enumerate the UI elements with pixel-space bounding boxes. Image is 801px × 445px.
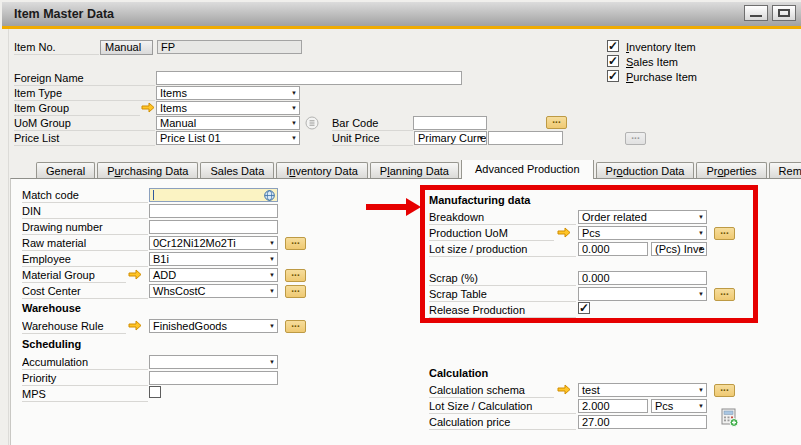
globe-icon[interactable] (264, 190, 275, 201)
lot-size-calculation-unit-combo[interactable]: Pcs (651, 399, 707, 413)
breakdown-label: Breakdown (429, 211, 576, 225)
tab-planning-data[interactable]: Planning Data (370, 162, 459, 179)
tab-production-data[interactable]: Production Data (596, 162, 695, 179)
mps-checkbox[interactable] (149, 386, 161, 398)
warehouse-rule-browse-button[interactable]: ... (285, 320, 306, 333)
calculator-icon[interactable] (721, 408, 739, 427)
uom-group-value: Manual (160, 117, 288, 129)
tab-sales-data[interactable]: Sales Data (200, 162, 274, 179)
dropdown-caret-icon (291, 90, 297, 97)
uom-values-icon[interactable] (305, 116, 319, 130)
calculation-schema-browse-button[interactable]: ... (714, 384, 735, 397)
dropdown-caret-icon (698, 246, 704, 253)
tab-purchasing-data[interactable]: Purchasing Data (97, 162, 198, 179)
tab-inventory-data[interactable]: Inventory Data (276, 162, 368, 179)
cost-center-browse-button[interactable]: ... (285, 285, 306, 298)
link-arrow-icon[interactable] (557, 384, 571, 395)
match-code-label: Match code (22, 189, 148, 203)
priority-field[interactable] (149, 371, 278, 385)
annotation-arrow-head (406, 198, 421, 216)
item-group-label: Item Group (14, 102, 140, 116)
lot-size-calculation-unit: Pcs (655, 400, 695, 412)
warehouse-rule-combo[interactable]: FinishedGoods (149, 319, 278, 333)
employee-combo[interactable]: B1i (149, 252, 278, 266)
tab-label: ventory Data (295, 165, 357, 177)
link-arrow-icon[interactable] (557, 227, 571, 238)
purchase-item-label: Purchase Item (626, 71, 697, 84)
tab-label: Pr (606, 165, 617, 177)
raw-material-value: 0Cr12Ni12Mo2Ti (153, 237, 266, 249)
dropdown-caret-icon (698, 387, 704, 394)
foreign-name-field[interactable] (156, 71, 462, 85)
tab-label: anning Data (390, 165, 449, 177)
dropdown-caret-icon (269, 256, 275, 263)
release-production-checkbox[interactable] (578, 302, 590, 314)
raw-material-label: Raw material (22, 237, 148, 251)
lot-size-production-unit: (Pcs) Inve (655, 243, 695, 255)
drawing-number-label: Drawing number (22, 221, 148, 235)
purchase-item-checkbox[interactable] (607, 70, 619, 82)
material-group-label: Material Group (22, 269, 126, 283)
minimize-button[interactable] (744, 5, 768, 21)
dropdown-caret-icon (478, 135, 484, 142)
lot-size-production-field[interactable] (578, 242, 648, 256)
uom-group-combo[interactable]: Manual (156, 116, 300, 130)
tab-general[interactable]: General (36, 162, 95, 179)
link-arrow-icon[interactable] (128, 269, 142, 280)
link-arrow-icon[interactable] (141, 102, 155, 113)
calculation-price-field[interactable] (578, 415, 707, 429)
scrap-table-combo[interactable] (578, 287, 707, 301)
dropdown-caret-icon (291, 105, 297, 112)
tab-label: Advanced Production (475, 163, 580, 175)
window-left-border (8, 29, 9, 445)
scrap-percent-label: Scrap (%) (429, 272, 576, 286)
unit-price-label: Unit Price (332, 132, 413, 146)
raw-material-browse-button[interactable]: ... (285, 237, 306, 250)
calculation-price-label: Calculation price (429, 416, 576, 430)
tab-label: rchasing Data (121, 165, 189, 177)
material-group-browse-button[interactable]: ... (285, 269, 306, 282)
item-master-data-window: Item Master Data Item No. Manual Invento… (0, 0, 801, 445)
item-no-field[interactable] (157, 40, 302, 54)
accumulation-label: Accumulation (22, 356, 148, 370)
price-list-combo[interactable]: Price List 01 (156, 131, 300, 145)
bar-code-field[interactable] (413, 116, 487, 130)
material-group-combo[interactable]: ADD (149, 268, 278, 282)
tab-properties[interactable]: Properties (696, 162, 766, 179)
scrap-percent-field[interactable] (578, 271, 707, 285)
calculation-schema-combo[interactable]: test (578, 383, 707, 397)
bar-code-browse-button[interactable]: ... (546, 116, 567, 129)
raw-material-combo[interactable]: 0Cr12Ni12Mo2Ti (149, 236, 278, 250)
lot-size-calculation-field[interactable] (578, 399, 648, 413)
lot-size-production-unit-combo[interactable]: (Pcs) Inve (651, 242, 707, 256)
tab-remarks[interactable]: Remarks (769, 162, 801, 179)
breakdown-value: Order related (582, 211, 695, 223)
production-uom-combo[interactable]: Pcs (578, 226, 707, 240)
maximize-button[interactable] (772, 5, 796, 21)
unit-price-field[interactable] (488, 131, 563, 145)
item-group-combo[interactable]: Items (156, 101, 300, 115)
unit-price-browse-button[interactable]: ... (625, 132, 646, 145)
item-type-combo[interactable]: Items (156, 86, 300, 100)
release-production-label: Release Production (429, 304, 576, 318)
tab-advanced-production[interactable]: Advanced Production (461, 160, 594, 179)
accumulation-combo[interactable] (149, 355, 278, 369)
tab-strip: General Purchasing Data Sales Data Inven… (36, 160, 801, 179)
sales-item-checkbox[interactable] (607, 55, 619, 67)
scrap-table-browse-button[interactable]: ... (714, 288, 735, 301)
employee-value: B1i (153, 253, 266, 265)
cost-center-combo[interactable]: WhsCostC (149, 284, 278, 298)
calculation-section-header: Calculation (429, 367, 488, 379)
din-field[interactable] (149, 204, 278, 218)
calculation-schema-value: test (582, 384, 695, 396)
sales-item-label: Sales Item (626, 56, 678, 69)
breakdown-combo[interactable]: Order related (578, 210, 707, 224)
item-no-mode-button[interactable]: Manual (100, 40, 153, 55)
unit-price-currency-combo[interactable]: Primary Curre (414, 131, 487, 145)
link-arrow-icon[interactable] (128, 320, 142, 331)
inventory-item-checkbox[interactable] (607, 40, 619, 52)
match-code-field[interactable] (149, 188, 278, 202)
production-uom-browse-button[interactable]: ... (714, 227, 735, 240)
dropdown-caret-icon (698, 214, 704, 221)
drawing-number-field[interactable] (149, 220, 278, 234)
